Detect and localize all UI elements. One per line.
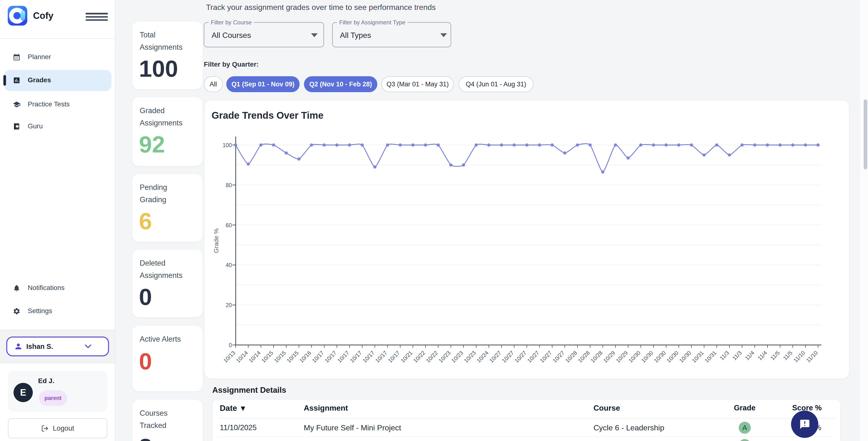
svg-text:10/28: 10/28 — [577, 350, 591, 364]
svg-text:10/13: 10/13 — [222, 350, 237, 364]
svg-text:10/15: 10/15 — [273, 350, 287, 364]
svg-text:10/27: 10/27 — [514, 350, 528, 364]
svg-text:100: 100 — [223, 142, 232, 148]
svg-text:10/16: 10/16 — [298, 350, 312, 364]
svg-text:60: 60 — [225, 222, 232, 228]
svg-text:10/29: 10/29 — [615, 350, 629, 364]
svg-text:10/17: 10/17 — [349, 350, 363, 364]
svg-text:10/27: 10/27 — [501, 350, 515, 364]
svg-text:10/30: 10/30 — [678, 350, 692, 364]
svg-text:10/30: 10/30 — [640, 350, 654, 364]
svg-text:10/31: 10/31 — [691, 350, 705, 364]
svg-text:10/28: 10/28 — [589, 350, 603, 364]
svg-text:10/22: 10/22 — [412, 350, 426, 364]
svg-text:10/30: 10/30 — [665, 350, 680, 364]
svg-text:10/27: 10/27 — [552, 350, 566, 364]
svg-text:11/3: 11/3 — [731, 350, 743, 361]
svg-text:10/28: 10/28 — [564, 350, 578, 364]
svg-text:10/14: 10/14 — [235, 350, 249, 364]
svg-text:10/17: 10/17 — [323, 350, 338, 364]
svg-text:11/4: 11/4 — [744, 350, 755, 361]
svg-text:10/17: 10/17 — [374, 350, 389, 364]
svg-text:10/23: 10/23 — [437, 350, 452, 364]
svg-text:10/24: 10/24 — [475, 350, 490, 364]
svg-text:10/17: 10/17 — [387, 350, 401, 364]
svg-text:10/17: 10/17 — [311, 350, 325, 364]
svg-text:11/10: 11/10 — [805, 350, 819, 364]
svg-text:0: 0 — [229, 342, 232, 348]
svg-text:10/30: 10/30 — [653, 350, 667, 364]
svg-text:10/23: 10/23 — [463, 350, 477, 364]
svg-text:10/31: 10/31 — [704, 350, 718, 364]
svg-text:10/17: 10/17 — [336, 350, 350, 364]
svg-text:10/17: 10/17 — [361, 350, 376, 364]
svg-text:11/3: 11/3 — [718, 350, 730, 361]
svg-text:20: 20 — [225, 302, 232, 308]
svg-text:10/27: 10/27 — [539, 350, 553, 364]
svg-text:10/27: 10/27 — [526, 350, 540, 364]
svg-text:11/4: 11/4 — [756, 350, 768, 361]
svg-text:11/10: 11/10 — [792, 350, 806, 364]
svg-text:10/15: 10/15 — [285, 350, 300, 364]
svg-text:10/30: 10/30 — [627, 350, 642, 364]
svg-text:10/29: 10/29 — [602, 350, 616, 364]
svg-text:10/22: 10/22 — [425, 350, 439, 364]
svg-text:10/23: 10/23 — [450, 350, 464, 364]
svg-text:10/21: 10/21 — [400, 350, 414, 364]
svg-text:11/5: 11/5 — [782, 350, 794, 361]
svg-text:10/15: 10/15 — [260, 350, 274, 364]
svg-text:Grade %: Grade % — [213, 228, 220, 253]
svg-text:10/14: 10/14 — [248, 350, 262, 364]
svg-text:11/5: 11/5 — [769, 350, 781, 361]
svg-text:10/27: 10/27 — [488, 350, 502, 364]
svg-text:40: 40 — [225, 262, 232, 268]
svg-text:80: 80 — [225, 182, 232, 188]
